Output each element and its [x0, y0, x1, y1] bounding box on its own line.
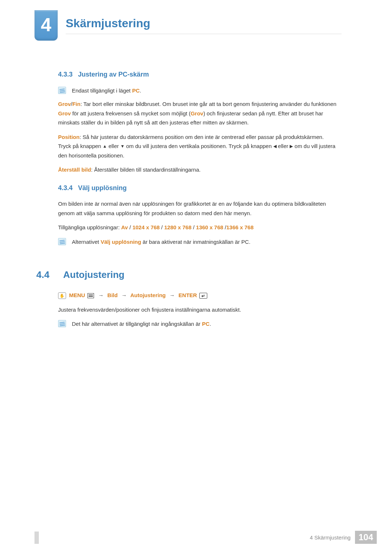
footer-accent-bar	[34, 532, 39, 544]
chapter-number: 4	[41, 14, 52, 36]
section-heading-44: 4.4 Autojustering	[36, 267, 338, 283]
arrow-right-icon: →	[170, 292, 175, 298]
note-text: Endast tillgängligt i läget PC.	[72, 86, 141, 95]
menu-navigation-path: ✋ MENU → Bild → Autojustering → ENTER	[58, 291, 338, 300]
note-icon	[58, 238, 66, 245]
footer-chapter-label: 4 Skärmjustering	[310, 534, 351, 541]
section-title: Autojustering	[63, 267, 124, 283]
note-icon	[58, 87, 66, 94]
enter-icon	[199, 293, 207, 299]
note-text: Det här alternativet är tillgängligt när…	[72, 319, 211, 329]
chapter-header: 4 Skärmjustering	[34, 10, 342, 41]
section-heading-434: 4.3.4 Välj upplösning	[58, 182, 338, 194]
chapter-number-badge: 4	[34, 10, 58, 41]
paragraph-grov-fin: Grov/Fin: Tar bort eller minskar bildbru…	[58, 99, 338, 127]
note-row: Det här alternativet är tillgängligt när…	[58, 319, 338, 329]
note-row: Alternativet Välj upplösning är bara akt…	[58, 237, 338, 247]
paragraph-resolutions-list: Tillgängliga upplösningar: Av / 1024 x 7…	[58, 223, 338, 232]
note-text: Alternativet Välj upplösning är bara akt…	[72, 237, 250, 247]
paragraph-resolution-desc: Om bilden inte är normal även när upplös…	[58, 199, 338, 218]
menu-icon	[87, 293, 94, 298]
section-title: Välj upplösning	[78, 184, 127, 192]
paragraph-position: Position: Så här justerar du datorskärme…	[58, 132, 338, 160]
note-icon	[58, 320, 66, 327]
section-number: 4.3.3	[58, 71, 73, 78]
page-footer: 4 Skärmjustering 104	[310, 531, 377, 544]
triangle-up-icon: ▲	[103, 143, 107, 150]
section-number: 4.4	[36, 267, 54, 283]
section-number: 4.3.4	[58, 184, 73, 192]
section-heading-433: 4.3.3 Justering av PC-skärm	[58, 69, 338, 80]
page-number: 104	[355, 531, 377, 544]
paragraph-autoadjust-desc: Justera frekvensvärden/positioner och fi…	[58, 305, 338, 315]
section-title: Justering av PC-skärm	[78, 71, 149, 78]
remote-icon: ✋	[58, 292, 66, 299]
paragraph-reset: Återställ bild: Återställer bilden till …	[58, 165, 338, 175]
chapter-title: Skärmjustering	[66, 17, 342, 34]
triangle-left-icon: ◀	[273, 143, 277, 150]
arrow-right-icon: →	[121, 292, 127, 298]
triangle-down-icon: ▼	[120, 143, 124, 150]
arrow-right-icon: →	[98, 292, 104, 298]
note-row: Endast tillgängligt i läget PC.	[58, 86, 338, 95]
